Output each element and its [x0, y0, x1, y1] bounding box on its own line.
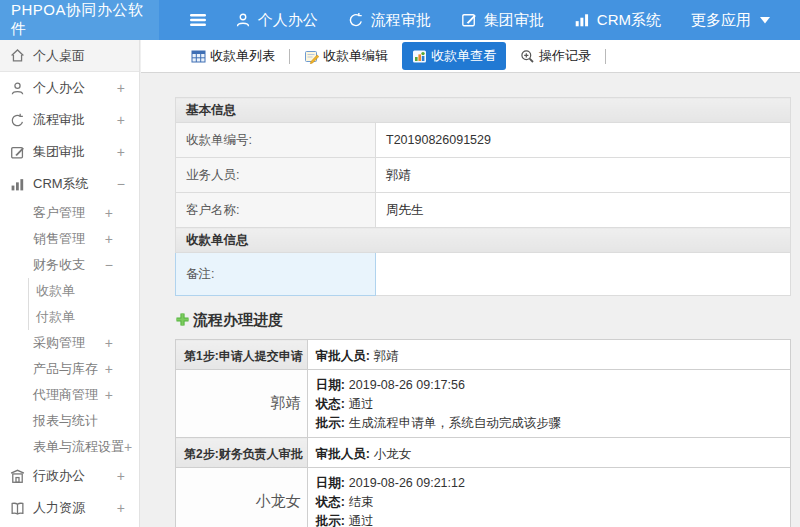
sidebar-item-6[interactable]: 销售管理+ — [0, 226, 139, 252]
expand-toggle-icon[interactable]: + — [105, 362, 113, 376]
topnav-item-label: 集团审批 — [484, 11, 544, 30]
chart-icon — [10, 177, 25, 192]
sidebar-item-label: 客户管理 — [33, 204, 85, 222]
sidebar-item-14[interactable]: 表单与流程设置+ — [0, 434, 139, 460]
process-step-approver: 审批人员:小龙女 — [307, 438, 790, 468]
sidebar-item-1[interactable]: 个人办公+ — [0, 72, 139, 104]
expand-toggle-icon[interactable]: + — [105, 388, 113, 402]
flow-icon — [348, 12, 364, 28]
top-nav: 个人办公流程审批集团审批CRM系统更多应用 — [235, 0, 800, 40]
topnav-item[interactable]: 流程审批 — [348, 11, 431, 30]
expand-toggle-icon[interactable]: − — [117, 177, 125, 191]
edit-icon — [10, 145, 25, 160]
app-logo: PHPOA协同办公软件 — [0, 0, 159, 40]
field-label: 收款单编号: — [176, 123, 376, 158]
sidebar-item-0[interactable]: 个人桌面 — [0, 40, 139, 72]
expand-toggle-icon[interactable]: + — [117, 145, 125, 159]
topnav-item-label: CRM系统 — [597, 11, 661, 30]
expand-toggle-icon[interactable]: + — [117, 81, 125, 95]
sidebar-item-3[interactable]: 集团审批+ — [0, 136, 139, 168]
sidebar-item-label: 产品与库存 — [33, 360, 98, 378]
detail-label: 状态: — [316, 397, 345, 411]
process-title-label: 流程办理进度 — [193, 311, 283, 330]
approver-name: 郭靖 — [374, 349, 399, 363]
topnav-item[interactable]: CRM系统 — [574, 11, 661, 30]
expand-toggle-icon[interactable]: + — [117, 501, 125, 515]
field-label: 业务人员: — [176, 158, 376, 193]
main-content: 基本信息收款单编号:T20190826091529业务人员:郭靖客户名称:周先生… — [141, 73, 800, 527]
sidebar-item-15[interactable]: 行政办公+ — [0, 460, 139, 492]
topnav-item[interactable]: 个人办公 — [235, 11, 318, 30]
receipt-info-table: 基本信息收款单编号:T20190826091529业务人员:郭靖客户名称:周先生… — [175, 97, 791, 296]
process-step-actor-name: 郭靖 — [176, 370, 308, 438]
expand-toggle-icon[interactable]: + — [105, 206, 113, 220]
sidebar-item-13[interactable]: 报表与统计 — [0, 408, 139, 434]
expand-toggle-icon[interactable]: + — [117, 113, 125, 127]
tab-2[interactable]: 收款单查看 — [402, 42, 506, 70]
tab-separator — [605, 49, 606, 64]
detail-line: 批示:生成流程申请单，系统自动完成该步骤 — [316, 414, 790, 433]
topnav-item[interactable]: 更多应用 — [691, 11, 770, 30]
section-header-row: 收款单信息 — [176, 228, 791, 253]
process-step-approver: 审批人员:郭靖 — [307, 340, 790, 370]
menu-hamburger-icon[interactable] — [189, 0, 207, 40]
tab-3[interactable]: 操作记录 — [512, 42, 599, 70]
detail-label: 日期: — [316, 476, 345, 490]
tab-bar: 收款单列表收款单编辑收款单查看操作记录 — [141, 40, 800, 73]
sidebar-item-8[interactable]: 收款单 — [28, 278, 139, 304]
sidebar-item-11[interactable]: 产品与库存+ — [0, 356, 139, 382]
tab-1[interactable]: 收款单编辑 — [296, 42, 396, 70]
process-step-detail: 日期:2019-08-26 09:21:12状态:结束批示:通过 — [307, 468, 790, 527]
plus-green-icon — [175, 312, 190, 330]
book-icon — [10, 501, 25, 516]
sidebar-item-2[interactable]: 流程审批+ — [0, 104, 139, 136]
home-icon — [10, 48, 25, 63]
process-step-header-row: 第1步:申请人提交申请审批人员:郭靖 — [176, 340, 791, 370]
process-step-actor-name: 小龙女 — [176, 468, 308, 527]
process-step-title: 第2步:财务负责人审批 — [176, 438, 308, 468]
chart-icon — [574, 12, 590, 28]
expand-toggle-icon[interactable]: − — [105, 258, 113, 272]
sidebar-item-4[interactable]: CRM系统− — [0, 168, 139, 200]
process-steps-table: 第1步:申请人提交申请审批人员:郭靖郭靖日期:2019-08-26 09:17:… — [175, 339, 791, 527]
detail-label: 批示: — [316, 514, 345, 527]
tab-label: 收款单列表 — [210, 47, 275, 65]
expand-toggle-icon[interactable]: + — [105, 336, 113, 350]
detail-value: 通过 — [349, 514, 374, 527]
field-value — [376, 253, 791, 296]
edit-icon — [461, 12, 477, 28]
sidebar-item-10[interactable]: 采购管理+ — [0, 330, 139, 356]
detail-value: 2019-08-26 09:17:56 — [349, 378, 465, 392]
sidebar-item-7[interactable]: 财务收支− — [0, 252, 139, 278]
topnav-item-label: 流程审批 — [371, 11, 431, 30]
sidebar-item-5[interactable]: 客户管理+ — [0, 200, 139, 226]
note-edit-icon — [304, 49, 319, 64]
sidebar-item-label: 采购管理 — [33, 334, 85, 352]
building-icon — [10, 469, 25, 484]
tab-label: 收款单编辑 — [323, 47, 388, 65]
sidebar-item-label: 行政办公 — [33, 467, 85, 485]
tab-label: 操作记录 — [539, 47, 591, 65]
sidebar-item-label: 集团审批 — [33, 143, 85, 161]
detail-line: 日期:2019-08-26 09:17:56 — [316, 376, 790, 395]
section-header-row: 基本信息 — [176, 98, 791, 123]
tab-0[interactable]: 收款单列表 — [183, 42, 283, 70]
detail-value: 生成流程申请单，系统自动完成该步骤 — [349, 416, 562, 430]
table-row: 备注: — [176, 253, 791, 296]
expand-toggle-icon[interactable]: + — [124, 440, 132, 454]
sidebar-item-label: 人力资源 — [33, 499, 85, 517]
sidebar-item-label: 代理商管理 — [33, 386, 98, 404]
field-value: T20190826091529 — [376, 123, 791, 158]
expand-toggle-icon[interactable]: + — [117, 469, 125, 483]
detail-label: 批示: — [316, 416, 345, 430]
sidebar-item-label: 收款单 — [36, 282, 75, 300]
topnav-item[interactable]: 集团审批 — [461, 11, 544, 30]
detail-line: 批示:通过 — [316, 512, 790, 527]
sidebar-item-9[interactable]: 付款单 — [28, 304, 139, 330]
sidebar-item-16[interactable]: 人力资源+ — [0, 492, 139, 524]
detail-line: 状态:结束 — [316, 493, 790, 512]
zoom-plus-icon — [520, 49, 535, 64]
expand-toggle-icon[interactable]: + — [105, 232, 113, 246]
sidebar-item-label: 个人办公 — [33, 79, 85, 97]
sidebar-item-12[interactable]: 代理商管理+ — [0, 382, 139, 408]
